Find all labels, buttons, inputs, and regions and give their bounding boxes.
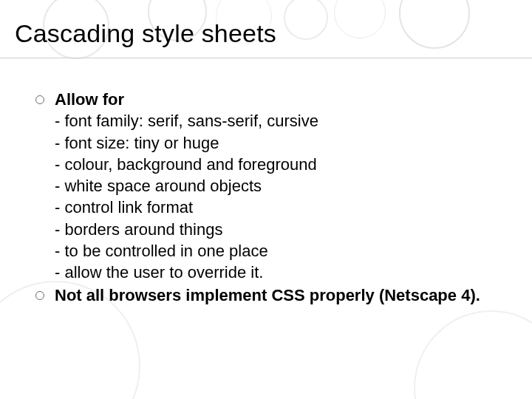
list-subline: - font family: serif, sans-serif, cursiv…: [55, 110, 508, 132]
list-item-lead: Allow for: [55, 90, 124, 109]
bullet-icon: [35, 291, 44, 300]
list-item-lead: Not all browsers implement CSS properly …: [55, 286, 480, 304]
circle-icon: [399, 0, 470, 49]
list-subline: - control link format: [55, 197, 508, 218]
circle-icon: [334, 0, 386, 38]
slide-body: Allow for - font family: serif, sans-ser…: [35, 89, 508, 308]
circle-icon: [284, 0, 328, 40]
slide: Cascading style sheets Allow for - font …: [0, 0, 532, 399]
list-item: Allow for - font family: serif, sans-ser…: [35, 89, 508, 283]
list-item-text: Allow for - font family: serif, sans-ser…: [55, 89, 508, 283]
list-item: Not all browsers implement CSS properly …: [35, 284, 508, 306]
title-underline: [0, 58, 532, 58]
list-subline: - allow the user to override it.: [55, 262, 508, 283]
bullet-icon: [35, 95, 44, 104]
list-subline: - to be controlled in one place: [55, 240, 508, 262]
slide-title: Cascading style sheets: [15, 19, 276, 48]
list-subline: - borders around things: [55, 219, 508, 240]
list-subline: - colour, background and foreground: [55, 154, 508, 175]
list-subline: - white space around objects: [55, 175, 508, 197]
list-item-text: Not all browsers implement CSS properly …: [55, 284, 508, 306]
circle-icon: [414, 310, 532, 399]
list-subline: - font size: tiny or huge: [55, 132, 508, 154]
